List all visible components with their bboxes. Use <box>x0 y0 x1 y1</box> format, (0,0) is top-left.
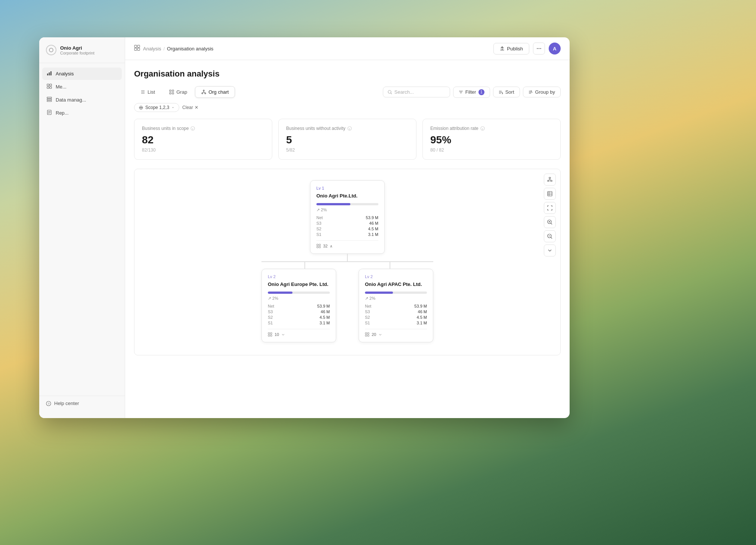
metric-row-net: Net 53.9 M <box>316 215 378 220</box>
sort-label: Sort <box>505 89 514 95</box>
stat-card-business-units-scope: Business units in scope i 82 82/130 <box>134 119 272 160</box>
connector-spacer <box>261 262 433 269</box>
svg-rect-58 <box>548 180 549 181</box>
sidebar-item-me[interactable]: Me... <box>42 81 122 93</box>
breadcrumb-parent[interactable]: Analysis <box>143 46 161 52</box>
analysis-icon <box>47 71 52 77</box>
hierarchy-view-button[interactable] <box>544 174 556 186</box>
publish-button[interactable]: Publish <box>493 43 529 54</box>
svg-rect-85 <box>368 335 369 336</box>
org-node-europe[interactable]: Lv 2 Onio Agri Europe Pte. Ltd. ↗ 2% Net… <box>261 269 336 342</box>
svg-rect-18 <box>137 45 140 47</box>
connector-h <box>261 261 433 262</box>
svg-point-37 <box>388 90 391 93</box>
svg-point-31 <box>203 90 204 91</box>
europe-metric-s3: S3 46 M <box>268 309 330 314</box>
scope-filter-label: Scope 1,2,3 <box>145 105 169 110</box>
node-level-1-badge: Lv 1 <box>316 186 378 190</box>
svg-rect-7 <box>50 87 52 88</box>
data-management-icon <box>47 97 52 103</box>
node-apac-count: 20 <box>372 332 376 337</box>
group-by-button[interactable]: Group by <box>523 87 561 97</box>
svg-text:i: i <box>482 127 483 131</box>
org-node-apac[interactable]: Lv 2 Onio Agri APAC Pte. Ltd. ↗ 2% Net 5… <box>359 269 433 342</box>
tab-list-label: List <box>148 89 155 95</box>
node-level1-name: Onio Agri Pte.Ltd. <box>316 193 378 199</box>
tab-org-chart-label: Org chart <box>208 89 229 95</box>
stat-card-emission-attribution: Emission attribution rate i 95% 80 / 82 <box>422 119 561 160</box>
stat-sub-1: 5/82 <box>286 147 409 153</box>
sidebar-footer: ? Help center <box>39 396 125 411</box>
svg-rect-59 <box>551 180 552 181</box>
zoom-out-button[interactable] <box>544 230 556 242</box>
sidebar-label-rep: Rep... <box>56 110 69 116</box>
more-button[interactable] <box>533 43 545 54</box>
svg-rect-78 <box>268 333 270 334</box>
tab-org-chart[interactable]: Org chart <box>195 86 235 98</box>
table-view-button[interactable] <box>544 188 556 200</box>
svg-rect-17 <box>134 45 137 47</box>
node-apac-bar <box>365 292 427 294</box>
app-window: Onio Agri Corporate footprint Analysis <box>39 37 570 418</box>
sidebar-item-rep[interactable]: Rep... <box>42 107 122 119</box>
svg-rect-79 <box>270 333 272 334</box>
user-avatar[interactable]: A <box>549 43 561 54</box>
stat-sub-0: 82/130 <box>142 147 264 153</box>
apac-metric-s2: S2 4.5 M <box>365 315 427 320</box>
filter-button[interactable]: Filter 1 <box>453 87 490 98</box>
fullscreen-button[interactable] <box>544 202 556 214</box>
breadcrumb-current: Organisation analysis <box>167 46 213 52</box>
org-logo[interactable]: Onio Agri Corporate footprint <box>39 45 125 63</box>
search-box[interactable]: Search... <box>383 87 450 97</box>
svg-rect-77 <box>319 246 320 248</box>
node-level1-bar-fill <box>316 203 350 205</box>
apac-metric-s1: S1 3.1 M <box>365 321 427 325</box>
sidebar-item-analysis[interactable]: Analysis <box>42 68 122 80</box>
metric-label-s1: S1 <box>316 232 321 237</box>
filter-count-badge: 1 <box>478 89 484 95</box>
node-europe-footer[interactable]: 10 <box>268 329 330 337</box>
scope-filter-tag[interactable]: Scope 1,2,3 <box>134 103 179 112</box>
svg-point-32 <box>202 93 203 94</box>
stat-sub-2: 80 / 82 <box>430 147 553 153</box>
breadcrumb: Analysis / Organisation analysis <box>143 46 213 52</box>
org-logo-icon <box>46 45 56 55</box>
svg-rect-30 <box>172 93 174 94</box>
svg-rect-6 <box>47 87 49 88</box>
tab-list[interactable]: List <box>134 86 161 98</box>
svg-rect-2 <box>49 72 50 75</box>
me-icon <box>47 84 52 90</box>
svg-line-73 <box>551 237 552 239</box>
clear-filter-label: Clear <box>182 105 193 110</box>
zoom-in-button[interactable] <box>544 216 556 228</box>
node-europe-name: Onio Agri Europe Pte. Ltd. <box>268 281 330 288</box>
search-placeholder: Search... <box>394 89 414 95</box>
node-apac-bar-fill <box>365 292 393 294</box>
publish-label: Publish <box>507 46 523 52</box>
svg-line-35 <box>202 92 204 93</box>
filter-tags: Scope 1,2,3 Clear ✕ <box>134 103 561 112</box>
svg-rect-76 <box>317 246 318 248</box>
node-europe-metrics: Net 53.9 M S3 46 M S2 4.5 M <box>268 304 330 325</box>
sidebar-item-data-management[interactable]: Data manag... <box>42 94 122 106</box>
stats-row: Business units in scope i 82 82/130 Busi… <box>134 119 561 160</box>
org-chart-area: Lv 1 Onio Agri Pte.Ltd. ↗ 2% Net 53.9 M <box>134 169 561 355</box>
sort-button[interactable]: Sort <box>493 87 520 97</box>
main-content: Analysis / Organisation analysis Publish <box>125 37 570 418</box>
svg-point-33 <box>205 93 206 94</box>
node-apac-footer[interactable]: 20 <box>365 329 427 337</box>
metric-label-s3: S3 <box>316 221 321 225</box>
expand-more-button[interactable] <box>544 245 556 256</box>
org-node-level1[interactable]: Lv 1 Onio Agri Pte.Ltd. ↗ 2% Net 53.9 M <box>310 180 385 254</box>
clear-filter[interactable]: Clear ✕ <box>182 105 198 110</box>
svg-rect-84 <box>365 335 367 336</box>
org-level-1: Lv 1 Onio Agri Pte.Ltd. ↗ 2% Net 53.9 M <box>310 180 385 254</box>
node-level1-footer[interactable]: 32 ∧ <box>316 240 378 248</box>
svg-line-36 <box>204 92 205 93</box>
tab-graph[interactable]: Grap <box>163 86 193 98</box>
metric-row-s3: S3 46 M <box>316 221 378 225</box>
apac-metric-net: Net 53.9 M <box>365 304 427 308</box>
node-europe-bar <box>268 292 330 294</box>
sidebar-label-me: Me... <box>56 84 66 90</box>
help-center-item[interactable]: ? Help center <box>46 401 118 406</box>
